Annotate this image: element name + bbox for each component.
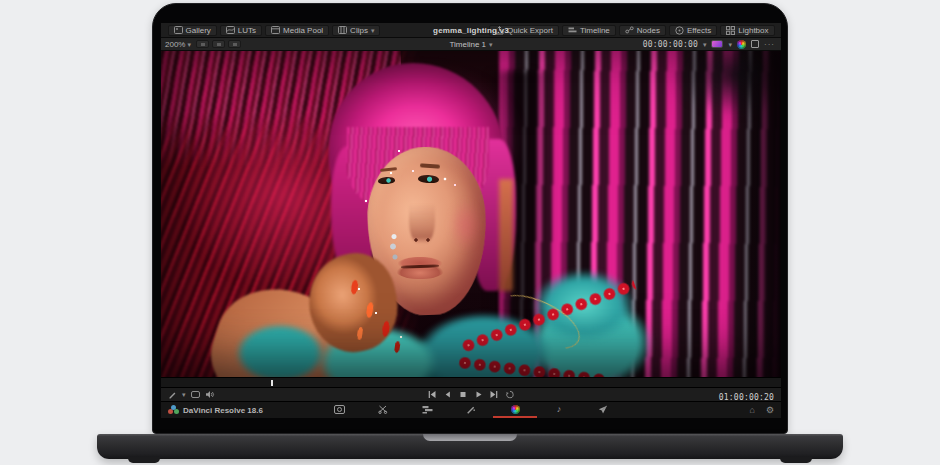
photo-vignette: [161, 51, 781, 377]
lightbox-icon: [726, 26, 735, 35]
page-tabs: ♪: [317, 402, 625, 418]
logo-dot: [174, 409, 179, 414]
playhead-marker[interactable]: [271, 380, 273, 386]
transport-left-tools: ▾: [161, 390, 215, 399]
luts-button[interactable]: LUTs: [220, 25, 262, 36]
rubber-foot-right: [780, 457, 812, 463]
page: Gallery LUTs Media Pool Clips ▾: [0, 0, 940, 465]
step-back-icon[interactable]: [444, 390, 452, 399]
fusion-page-icon: [466, 405, 476, 414]
color-wheel-icon[interactable]: [737, 40, 746, 49]
edit-page-icon: [422, 405, 433, 414]
lightbox-button[interactable]: Lightbox: [720, 25, 774, 36]
effects-icon: [675, 26, 684, 35]
clips-label: Clips: [350, 26, 368, 35]
project-manager-icon[interactable]: ⌂: [749, 405, 754, 415]
page-fairlight[interactable]: ♪: [537, 402, 581, 418]
gallery-icon: [174, 26, 183, 34]
gallery-button[interactable]: Gallery: [168, 25, 217, 36]
chevron-down-icon[interactable]: ▾: [182, 391, 186, 398]
nodes-icon: [625, 26, 634, 34]
transport-controls: [428, 390, 515, 399]
page-fusion[interactable]: [449, 402, 493, 418]
clips-icon: [338, 26, 347, 34]
luts-icon: [226, 26, 235, 34]
page-edit[interactable]: [405, 402, 449, 418]
deliver-page-icon: [598, 405, 608, 414]
effects-label: Effects: [687, 26, 711, 35]
project-settings-icon[interactable]: ⚙: [766, 405, 774, 415]
viewer-wipe-toggle[interactable]: [196, 40, 209, 48]
clean-feed-icon[interactable]: [191, 391, 200, 398]
viewer-zoom-value: 200%: [165, 40, 185, 49]
color-page-icon: [511, 405, 520, 414]
app-version-label: DaVinci Resolve 18.6: [183, 406, 263, 415]
timeline-icon: [568, 26, 577, 34]
transport-bar: ▾ 01:00:00:20: [161, 387, 781, 401]
lid-notch: [423, 434, 517, 441]
page-bar: DaVinci Resolve 18.6: [161, 401, 781, 418]
viewer-zoom-select[interactable]: 200% ▾: [161, 40, 195, 49]
nodes-label: Nodes: [637, 26, 660, 35]
nodes-button[interactable]: Nodes: [619, 25, 666, 36]
toggle-glyph: [217, 43, 221, 46]
timeline-selector-label: Timeline 1: [449, 40, 486, 49]
play-icon[interactable]: [475, 390, 483, 399]
chevron-down-icon: ▾: [187, 41, 191, 48]
quick-export-label: Quick Export: [507, 26, 553, 35]
skip-end-icon[interactable]: [490, 390, 499, 399]
speaker-icon[interactable]: [205, 390, 215, 399]
chevron-down-icon[interactable]: ▾: [728, 41, 732, 48]
display-preview-icon[interactable]: [711, 40, 723, 48]
more-options-icon[interactable]: ···: [764, 40, 775, 49]
project-title: gemma_lighting.v3: [433, 26, 509, 35]
chevron-down-icon: ▾: [489, 41, 493, 48]
timeline-scrubber[interactable]: [161, 377, 781, 387]
skip-start-icon[interactable]: [428, 390, 437, 399]
chevron-down-icon[interactable]: ▾: [703, 41, 707, 48]
brand: DaVinci Resolve 18.6: [161, 405, 263, 415]
effects-button[interactable]: Effects: [669, 25, 717, 36]
timeline-selector[interactable]: Timeline 1 ▾: [449, 40, 492, 49]
davinci-resolve-logo-icon: [168, 405, 179, 415]
toolbar-right-group: Quick Export Timeline Nodes Effects: [488, 23, 781, 37]
rubber-foot-left: [128, 457, 160, 463]
loop-icon[interactable]: [506, 390, 515, 399]
toolbar-left-group: Gallery LUTs Media Pool Clips ▾: [161, 23, 382, 37]
luts-label: LUTs: [238, 26, 256, 35]
macbook-screen: Gallery LUTs Media Pool Clips ▾: [152, 3, 788, 434]
media-page-icon: [334, 405, 345, 414]
lightbox-label: Lightbox: [738, 26, 768, 35]
viewer-options-bar: 200% ▾ Timeline 1 ▾ 00:00:00:00 ▾ ▾: [161, 38, 781, 51]
page-cut[interactable]: [361, 402, 405, 418]
timeline-label: Timeline: [580, 26, 610, 35]
gallery-label: Gallery: [186, 26, 211, 35]
viewer[interactable]: [161, 51, 781, 377]
toggle-glyph: [201, 43, 205, 46]
toggle-glyph: [233, 43, 237, 46]
page-bar-right: ⌂ ⚙: [749, 405, 781, 415]
macbook-base: [97, 434, 843, 459]
viewer-highlight-toggle[interactable]: [228, 40, 241, 48]
page-deliver[interactable]: [581, 402, 625, 418]
fairlight-page-icon: ♪: [557, 404, 562, 414]
media-pool-icon: [271, 26, 280, 34]
media-pool-label: Media Pool: [283, 26, 323, 35]
cut-page-icon: [378, 405, 388, 414]
viewer-options-right: 00:00:00:00 ▾ ▾ ···: [643, 40, 781, 49]
page-media[interactable]: [317, 402, 361, 418]
media-pool-button[interactable]: Media Pool: [265, 25, 329, 36]
stop-icon[interactable]: [459, 390, 468, 399]
clips-button[interactable]: Clips ▾: [332, 25, 380, 36]
expand-icon[interactable]: [751, 40, 759, 48]
page-color[interactable]: [493, 402, 537, 418]
annotate-pen-icon[interactable]: [168, 390, 177, 399]
timeline-button[interactable]: Timeline: [562, 25, 616, 36]
top-toolbar: Gallery LUTs Media Pool Clips ▾: [161, 23, 781, 38]
chevron-down-icon: ▾: [371, 27, 375, 34]
viewer-split-toggle[interactable]: [212, 40, 225, 48]
source-timecode: 00:00:00:00: [643, 40, 698, 49]
davinci-resolve-window: Gallery LUTs Media Pool Clips ▾: [161, 23, 781, 418]
